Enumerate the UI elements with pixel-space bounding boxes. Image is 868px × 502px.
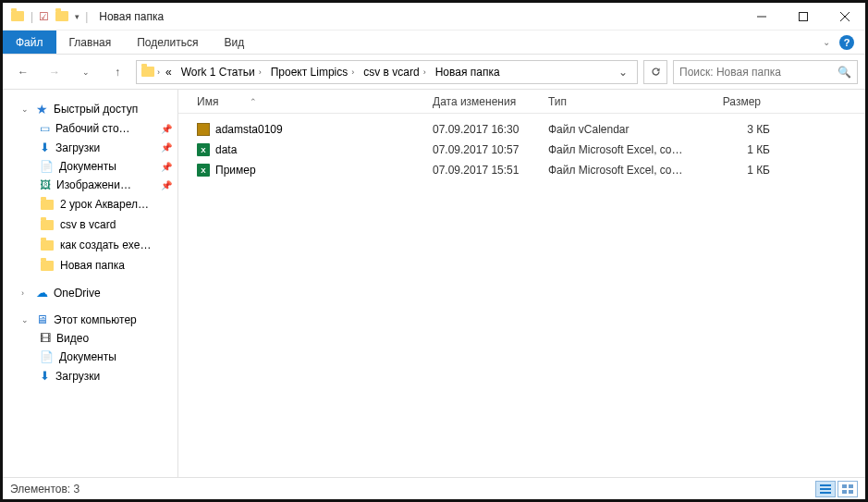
sidebar-this-pc[interactable]: ⌄ 🖥 Этот компьютер — [3, 310, 177, 329]
sidebar-item-label: Рабочий сто… — [55, 122, 130, 135]
qat-separator-2: | — [85, 10, 88, 23]
ribbon-tabs: Файл Главная Поделиться Вид ⌄ ? — [3, 31, 865, 55]
documents-icon: 📄 — [40, 350, 54, 363]
file-date: 07.09.2017 16:30 — [433, 123, 548, 136]
file-date: 07.09.2017 15:51 — [433, 164, 548, 177]
sort-indicator-icon: ⌃ — [250, 97, 257, 106]
excel-file-icon: X — [197, 164, 210, 177]
tab-file[interactable]: Файл — [3, 31, 56, 54]
nav-forward-button[interactable]: → — [42, 59, 67, 85]
chevron-right-icon[interactable]: › — [157, 67, 160, 77]
breadcrumb-overflow[interactable]: « — [162, 66, 176, 79]
help-icon[interactable]: ? — [839, 35, 854, 50]
caret-down-icon[interactable]: ⌄ — [21, 315, 31, 324]
svg-rect-8 — [849, 484, 853, 488]
file-name: data — [215, 143, 237, 156]
pin-icon: 📌 — [161, 124, 172, 134]
svg-rect-1 — [799, 12, 807, 20]
sidebar-item-images[interactable]: 🖼 Изображени… 📌 — [3, 176, 177, 194]
breadcrumb-dropdown[interactable]: ⌄ — [613, 66, 633, 79]
svg-rect-6 — [820, 492, 831, 494]
sidebar-item-label: csv в vcard — [60, 218, 116, 231]
maximize-button[interactable] — [782, 4, 824, 30]
pin-icon: 📌 — [161, 180, 172, 190]
window-title: Новая папка — [99, 10, 164, 23]
qat-separator: | — [31, 10, 33, 23]
breadcrumb-seg-0[interactable]: Work 1 Статьи› — [177, 66, 265, 79]
qat-properties-icon[interactable]: ☑ — [39, 10, 49, 23]
star-icon: ★ — [36, 102, 48, 116]
body-area: ⌄ ★ Быстрый доступ ▭ Рабочий сто… 📌 ⬇ За… — [3, 90, 865, 477]
sidebar-item-pc-documents[interactable]: 📄 Документы — [3, 348, 177, 366]
sidebar-item-folder-1[interactable]: 2 урок Акварел… — [3, 194, 177, 214]
sidebar-item-folder-4[interactable]: Новая папка — [3, 255, 177, 275]
titlebar: | ☑ ▾ | Новая папка — [3, 3, 865, 31]
vcalendar-file-icon — [197, 123, 210, 136]
tab-home[interactable]: Главная — [56, 31, 125, 54]
sidebar-onedrive[interactable]: › ☁ OneDrive — [3, 283, 177, 302]
breadcrumb-folder-icon — [141, 65, 155, 80]
close-button[interactable] — [824, 4, 865, 30]
ribbon-expand-icon[interactable]: ⌄ — [823, 37, 830, 47]
caret-right-icon[interactable]: › — [21, 288, 31, 298]
file-type: Файл Microsoft Excel, co… — [548, 143, 696, 156]
file-row[interactable]: adamsta0109 07.09.2017 16:30 Файл vCalen… — [178, 119, 865, 140]
file-size: 3 КБ — [696, 123, 770, 136]
sidebar-item-label: Загрузки — [55, 370, 100, 383]
nav-recent-dropdown[interactable]: ⌄ — [73, 59, 99, 85]
sidebar-item-label: Видео — [56, 332, 89, 345]
sidebar-item-video[interactable]: 🎞 Видео — [3, 329, 177, 348]
view-icons-button[interactable] — [837, 481, 858, 497]
file-type: Файл Microsoft Excel, co… — [548, 164, 696, 177]
breadcrumb[interactable]: › « Work 1 Статьи› Проект Limpics› csv в… — [136, 60, 638, 84]
search-input[interactable] — [679, 66, 837, 79]
breadcrumb-seg-1[interactable]: Проект Limpics› — [267, 66, 359, 79]
breadcrumb-seg-2[interactable]: csv в vcard› — [360, 66, 429, 79]
column-header-type[interactable]: Тип — [548, 95, 696, 108]
tab-view[interactable]: Вид — [211, 31, 257, 54]
folder-icon — [40, 217, 55, 232]
column-header-date[interactable]: Дата изменения — [433, 95, 548, 108]
nav-back-button[interactable]: ← — [10, 59, 36, 85]
statusbar: Элементов: 3 — [3, 477, 865, 499]
titlebar-left: | ☑ ▾ | Новая папка — [3, 9, 164, 24]
qat-dropdown-icon[interactable]: ▾ — [75, 12, 79, 21]
file-list[interactable]: adamsta0109 07.09.2017 16:30 Файл vCalen… — [178, 114, 865, 477]
cloud-icon: ☁ — [36, 286, 48, 300]
folder-icon — [40, 258, 55, 273]
sidebar-quick-access[interactable]: ⌄ ★ Быстрый доступ — [3, 99, 177, 119]
folder-icon — [40, 197, 55, 212]
nav-up-button[interactable]: ↑ — [104, 59, 130, 85]
sidebar-item-folder-2[interactable]: csv в vcard — [3, 214, 177, 235]
sidebar-item-label: как создать exe… — [60, 239, 152, 251]
file-size: 1 КБ — [696, 143, 770, 156]
sidebar-item-folder-3[interactable]: как создать exe… — [3, 235, 177, 255]
qat-folder-icon[interactable] — [55, 9, 69, 24]
minimize-button[interactable] — [740, 4, 782, 30]
app-icon — [10, 9, 25, 24]
column-header-size[interactable]: Размер — [696, 95, 770, 108]
sidebar-item-label: Изображени… — [56, 178, 131, 191]
file-name: Пример — [215, 164, 256, 177]
file-date: 07.09.2017 10:57 — [433, 143, 548, 156]
statusbar-view-switcher — [815, 481, 858, 497]
sidebar-item-downloads[interactable]: ⬇ Загрузки 📌 — [3, 138, 177, 157]
refresh-button[interactable] — [643, 60, 667, 84]
file-name: adamsta0109 — [215, 123, 283, 136]
sidebar-item-desktop[interactable]: ▭ Рабочий сто… 📌 — [3, 119, 177, 138]
explorer-window: | ☑ ▾ | Новая папка Файл Главная Поделит… — [0, 0, 868, 502]
breadcrumb-seg-3[interactable]: Новая папка — [432, 66, 504, 79]
file-row[interactable]: X data 07.09.2017 10:57 Файл Microsoft E… — [178, 140, 865, 160]
column-header-name[interactable]: Имя ⌃ — [197, 95, 433, 108]
sidebar-item-documents[interactable]: 📄 Документы 📌 — [3, 157, 177, 176]
column-headers: Имя ⌃ Дата изменения Тип Размер — [178, 90, 865, 114]
tab-share[interactable]: Поделиться — [124, 31, 211, 54]
pin-icon: 📌 — [161, 142, 172, 153]
nav-pane[interactable]: ⌄ ★ Быстрый доступ ▭ Рабочий сто… 📌 ⬇ За… — [3, 90, 178, 477]
caret-down-icon[interactable]: ⌄ — [21, 104, 31, 114]
view-details-button[interactable] — [815, 481, 836, 497]
search-icon: 🔍 — [837, 66, 851, 79]
sidebar-item-pc-downloads[interactable]: ⬇ Загрузки — [3, 366, 177, 386]
search-box[interactable]: 🔍 — [673, 60, 858, 84]
file-row[interactable]: X Пример 07.09.2017 15:51 Файл Microsoft… — [178, 160, 865, 180]
